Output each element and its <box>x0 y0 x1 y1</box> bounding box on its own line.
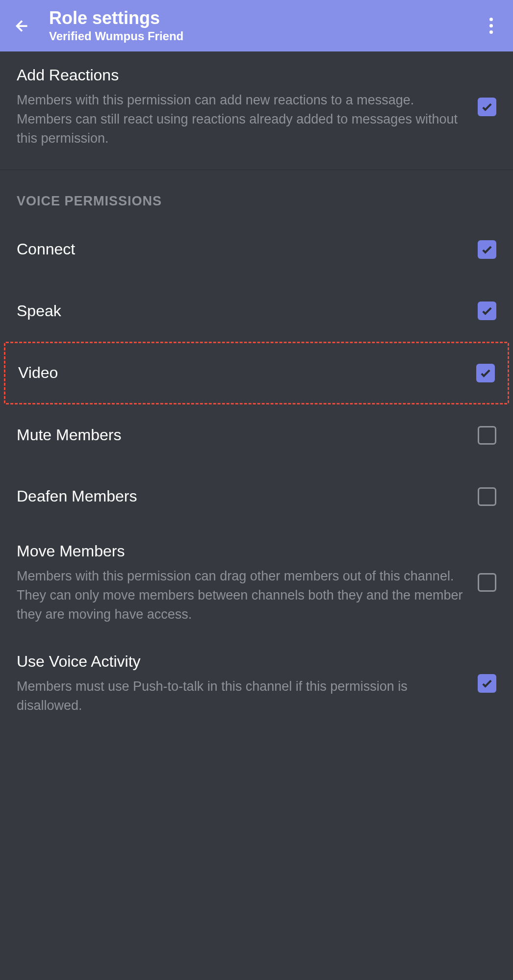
back-button[interactable] <box>10 14 34 38</box>
arrow-left-icon <box>13 17 31 35</box>
permission-title: Connect <box>17 239 463 260</box>
permission-text: Deafen Members <box>17 486 478 507</box>
permission-title: Mute Members <box>17 425 463 446</box>
page-title: Role settings <box>49 8 479 28</box>
check-icon <box>479 366 492 380</box>
permission-connect[interactable]: Connect <box>0 219 513 280</box>
checkbox-add-reactions[interactable] <box>478 98 496 116</box>
permission-text: Video <box>18 363 476 383</box>
permissions-content: Add Reactions Members with this permissi… <box>0 51 513 729</box>
permission-text: Add Reactions Members with this permissi… <box>17 65 478 148</box>
checkbox-mute-members[interactable] <box>478 426 496 445</box>
permission-title: Use Voice Activity <box>17 652 463 672</box>
header-titles: Role settings Verified Wumpus Friend <box>49 8 479 44</box>
permission-move-members[interactable]: Move Members Members with this permissio… <box>0 528 513 638</box>
check-icon <box>480 243 494 256</box>
permission-deafen-members[interactable]: Deafen Members <box>0 466 513 528</box>
permission-title: Add Reactions <box>17 65 463 86</box>
permission-description: Members with this permission can add new… <box>17 91 463 148</box>
permission-title: Speak <box>17 301 463 322</box>
permission-text: Use Voice Activity Members must use Push… <box>17 652 478 715</box>
checkbox-connect[interactable] <box>478 240 496 259</box>
permission-description: Members with this permission can drag ot… <box>17 567 463 624</box>
permission-video[interactable]: Video <box>5 343 508 403</box>
permission-text: Move Members Members with this permissio… <box>17 541 478 624</box>
checkbox-video[interactable] <box>476 364 495 382</box>
check-icon <box>480 304 494 318</box>
permission-text: Speak <box>17 301 478 322</box>
checkbox-speak[interactable] <box>478 302 496 320</box>
section-header-voice: VOICE PERMISSIONS <box>0 170 513 219</box>
more-vertical-icon <box>489 18 493 34</box>
checkbox-use-voice-activity[interactable] <box>478 674 496 693</box>
more-options-button[interactable] <box>479 14 503 38</box>
permission-text: Mute Members <box>17 425 478 446</box>
checkbox-move-members[interactable] <box>478 573 496 592</box>
permission-mute-members[interactable]: Mute Members <box>0 404 513 466</box>
app-header: Role settings Verified Wumpus Friend <box>0 0 513 51</box>
permission-use-voice-activity[interactable]: Use Voice Activity Members must use Push… <box>0 638 513 729</box>
highlight-annotation: Video <box>4 342 509 404</box>
permission-description: Members must use Push-to-talk in this ch… <box>17 677 463 715</box>
permission-text: Connect <box>17 239 478 260</box>
page-subtitle: Verified Wumpus Friend <box>49 29 479 43</box>
permission-title: Move Members <box>17 541 463 562</box>
permission-title: Deafen Members <box>17 486 463 507</box>
permission-add-reactions[interactable]: Add Reactions Members with this permissi… <box>0 51 513 162</box>
permission-speak[interactable]: Speak <box>0 280 513 342</box>
check-icon <box>480 677 494 690</box>
check-icon <box>480 100 494 114</box>
permission-title: Video <box>18 363 462 383</box>
checkbox-deafen-members[interactable] <box>478 487 496 506</box>
